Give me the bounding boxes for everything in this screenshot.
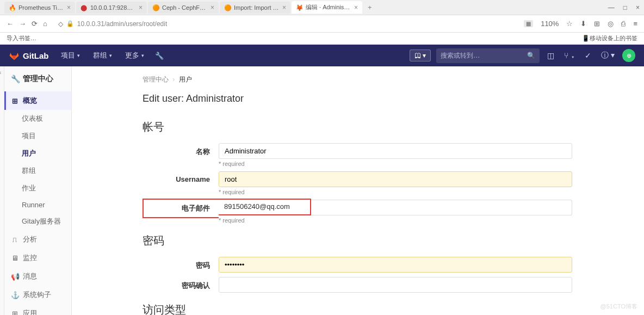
reload-button[interactable]: ⟳ bbox=[32, 20, 38, 28]
username-input[interactable] bbox=[219, 171, 572, 187]
search-icon: 🔍 bbox=[527, 52, 535, 59]
email-label: 电子邮件 bbox=[143, 199, 219, 218]
url-bar[interactable]: ◇ 🔒 10.0.0.31/admin/users/root/edit bbox=[54, 19, 517, 29]
sidebar-apps[interactable]: ⊞应用 bbox=[4, 304, 71, 315]
close-window-button[interactable]: × bbox=[636, 4, 640, 11]
main-content: 管理中心 › 用户 Edit user: Administrator 帐号 名称… bbox=[72, 66, 644, 315]
section-password: 密码 bbox=[143, 233, 618, 248]
message-icon: 📢 bbox=[11, 273, 18, 281]
forward-button[interactable]: → bbox=[19, 20, 26, 28]
sidebar-monitoring[interactable]: 🖥监控 bbox=[4, 249, 71, 267]
admin-icon[interactable]: 🔧 bbox=[155, 52, 164, 60]
browser-tab[interactable]: ⬤10.0.0.17:9283/metrics× bbox=[76, 2, 147, 14]
zoom-level: 110% bbox=[541, 20, 559, 28]
required-note: * required bbox=[219, 217, 618, 224]
browser-toolbar: ← → ⟳ ⌂ ◇ 🔒 10.0.0.31/admin/users/root/e… bbox=[0, 15, 644, 33]
overview-icon: ⊞ bbox=[11, 97, 18, 105]
bookmark-bar: 导入书签… 📱移动设备上的书签 bbox=[0, 33, 644, 45]
account-icon[interactable]: ◎ bbox=[608, 20, 614, 28]
close-icon[interactable]: × bbox=[354, 4, 358, 11]
search-input[interactable]: 搜索或转到… 🔍 bbox=[436, 48, 540, 63]
gitlab-navbar: GitLab 项目▾ 群组▾ 更多▾ 🔧 🕮 ▾ 搜索或转到… 🔍 ◫ ⑂ ▾ … bbox=[0, 45, 644, 66]
analytics-icon: ⎍ bbox=[11, 236, 18, 244]
username-label: Username bbox=[143, 171, 219, 183]
user-avatar[interactable]: ⊕ bbox=[622, 49, 635, 62]
section-access: 访问类型 bbox=[143, 302, 618, 315]
star-icon[interactable]: ☆ bbox=[566, 20, 573, 28]
sidebar-overview[interactable]: ⊞ 概览 bbox=[4, 91, 71, 110]
required-note: * required bbox=[219, 189, 618, 195]
password-label: 密码 bbox=[143, 257, 219, 270]
browser-tab-active[interactable]: 🦊编辑 · Administrator · 用户 · × bbox=[292, 1, 362, 14]
sidebar-dashboard[interactable]: 仪表板 bbox=[4, 110, 71, 127]
gitlab-logo[interactable]: GitLab bbox=[9, 50, 49, 61]
sidebar-jobs[interactable]: 作业 bbox=[4, 180, 71, 197]
browser-tab[interactable]: 🟠Import: Import - Grafana× bbox=[220, 2, 290, 14]
mobile-bookmarks[interactable]: 📱移动设备上的书签 bbox=[582, 34, 637, 42]
sidebar-analytics[interactable]: ⎍分析 bbox=[4, 230, 71, 249]
window-controls: — □ × bbox=[608, 4, 640, 11]
sidebar-title: 🔧 管理中心 bbox=[4, 66, 71, 91]
nav-more[interactable]: 更多▾ bbox=[120, 47, 150, 64]
minimize-button[interactable]: — bbox=[608, 4, 615, 11]
import-bookmarks[interactable]: 导入书签… bbox=[7, 34, 36, 42]
sidebar-projects[interactable]: 项目 bbox=[4, 127, 71, 145]
hook-icon: ⚓ bbox=[11, 291, 18, 299]
back-button[interactable]: ← bbox=[7, 20, 14, 28]
section-account: 帐号 bbox=[143, 120, 618, 134]
apps-icon: ⊞ bbox=[11, 310, 18, 316]
home-button[interactable]: ⌂ bbox=[43, 20, 47, 28]
sidebar-hooks[interactable]: ⚓系统钩子 bbox=[4, 286, 71, 304]
sidebar-users[interactable]: 用户 bbox=[4, 145, 71, 162]
create-new-button[interactable]: 🕮 ▾ bbox=[410, 50, 431, 61]
help-icon[interactable]: ⓘ ▾ bbox=[599, 48, 617, 63]
sidebar-messages[interactable]: 📢消息 bbox=[4, 267, 71, 286]
name-label: 名称 bbox=[143, 143, 219, 157]
sidebar-gitaly[interactable]: Gitaly服务器 bbox=[4, 213, 71, 230]
watermark: @51CTO博客 bbox=[600, 302, 637, 311]
merge-requests-icon[interactable]: ⑂ ▾ bbox=[562, 49, 577, 62]
new-tab-button[interactable]: + bbox=[363, 3, 376, 11]
sidebar-collapse[interactable] bbox=[0, 66, 4, 315]
breadcrumb: 管理中心 › 用户 bbox=[143, 75, 618, 84]
monitor-icon: 🖥 bbox=[11, 254, 18, 262]
close-icon[interactable]: × bbox=[67, 4, 71, 11]
wrench-icon: 🔧 bbox=[11, 75, 18, 83]
download-icon[interactable]: ⬇ bbox=[580, 20, 586, 28]
required-note: * required bbox=[219, 160, 618, 167]
name-input[interactable] bbox=[219, 143, 572, 159]
issues-icon[interactable]: ◫ bbox=[545, 49, 556, 62]
lock-icon: 🔒 bbox=[66, 20, 74, 27]
library-icon[interactable]: ⎙ bbox=[621, 20, 626, 28]
breadcrumb-root[interactable]: 管理中心 bbox=[143, 76, 169, 83]
browser-tab[interactable]: 🟠Ceph - CephFS dashboard fo× bbox=[148, 2, 219, 14]
menu-icon[interactable]: ≡ bbox=[633, 20, 637, 28]
reader-icon[interactable]: ▦ bbox=[524, 20, 533, 27]
password-input[interactable] bbox=[219, 257, 572, 273]
admin-sidebar: 🔧 管理中心 ⊞ 概览 仪表板 项目 用户 群组 作业 Runner Gital… bbox=[4, 66, 72, 315]
password-confirm-input[interactable] bbox=[219, 277, 572, 293]
maximize-button[interactable]: □ bbox=[623, 4, 627, 11]
sidebar-runner[interactable]: Runner bbox=[4, 197, 71, 213]
gitlab-icon bbox=[9, 50, 20, 61]
todos-icon[interactable]: ✓ bbox=[583, 49, 593, 62]
close-icon[interactable]: × bbox=[210, 4, 214, 11]
page-title: Edit user: Administrator bbox=[143, 93, 618, 104]
shield-icon: ◇ bbox=[58, 20, 63, 28]
nav-groups[interactable]: 群组▾ bbox=[88, 47, 117, 64]
extensions-icon[interactable]: ⊞ bbox=[594, 20, 600, 28]
browser-tab[interactable]: 🔥Prometheus Time Series Col× bbox=[4, 2, 75, 14]
breadcrumb-current: 用户 bbox=[179, 76, 192, 83]
email-input-rest[interactable] bbox=[311, 200, 572, 215]
nav-projects[interactable]: 项目▾ bbox=[55, 47, 85, 64]
sidebar-groups[interactable]: 群组 bbox=[4, 162, 71, 180]
close-icon[interactable]: × bbox=[282, 4, 286, 11]
url-text: 10.0.0.31/admin/users/root/edit bbox=[77, 20, 167, 28]
email-input-highlighted[interactable]: 891506240@qq.com bbox=[219, 199, 311, 215]
password-confirm-label: 密码确认 bbox=[143, 277, 219, 291]
browser-tabs: 🔥Prometheus Time Series Col× ⬤10.0.0.17:… bbox=[0, 0, 644, 15]
close-icon[interactable]: × bbox=[139, 4, 143, 11]
